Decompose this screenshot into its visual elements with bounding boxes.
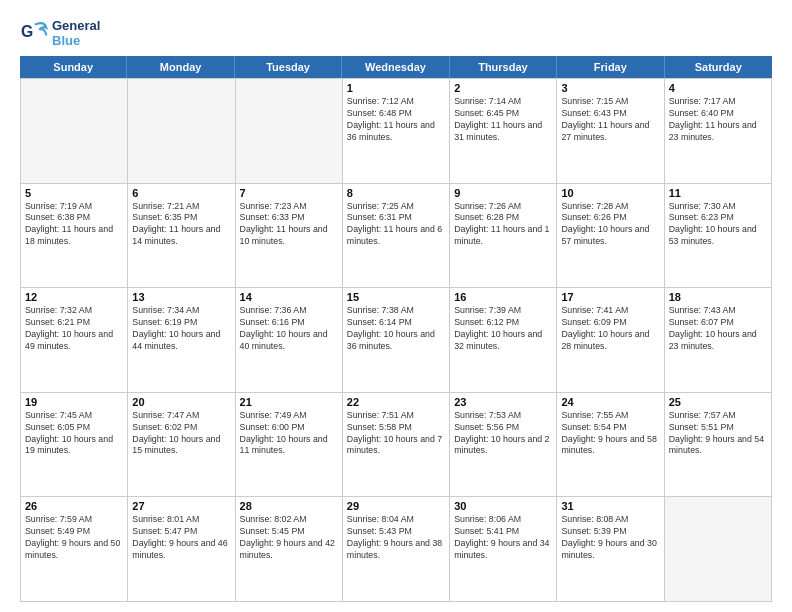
day-cell-8: 8Sunrise: 7:25 AM Sunset: 6:31 PM Daylig… <box>343 184 450 289</box>
day-info: Sunrise: 7:57 AM Sunset: 5:51 PM Dayligh… <box>669 410 767 458</box>
day-number: 24 <box>561 396 659 408</box>
day-number: 20 <box>132 396 230 408</box>
day-info: Sunrise: 7:15 AM Sunset: 6:43 PM Dayligh… <box>561 96 659 144</box>
day-info: Sunrise: 7:36 AM Sunset: 6:16 PM Dayligh… <box>240 305 338 353</box>
day-cell-14: 14Sunrise: 7:36 AM Sunset: 6:16 PM Dayli… <box>236 288 343 393</box>
empty-cell <box>236 79 343 184</box>
day-cell-12: 12Sunrise: 7:32 AM Sunset: 6:21 PM Dayli… <box>21 288 128 393</box>
day-number: 16 <box>454 291 552 303</box>
header-day-monday: Monday <box>127 56 234 78</box>
day-number: 12 <box>25 291 123 303</box>
day-number: 21 <box>240 396 338 408</box>
day-number: 2 <box>454 82 552 94</box>
day-number: 13 <box>132 291 230 303</box>
day-info: Sunrise: 7:34 AM Sunset: 6:19 PM Dayligh… <box>132 305 230 353</box>
day-info: Sunrise: 7:19 AM Sunset: 6:38 PM Dayligh… <box>25 201 123 249</box>
day-number: 9 <box>454 187 552 199</box>
day-number: 19 <box>25 396 123 408</box>
day-number: 10 <box>561 187 659 199</box>
day-cell-30: 30Sunrise: 8:06 AM Sunset: 5:41 PM Dayli… <box>450 497 557 602</box>
logo-text: General Blue <box>52 18 100 48</box>
day-number: 14 <box>240 291 338 303</box>
day-cell-23: 23Sunrise: 7:53 AM Sunset: 5:56 PM Dayli… <box>450 393 557 498</box>
day-info: Sunrise: 7:28 AM Sunset: 6:26 PM Dayligh… <box>561 201 659 249</box>
day-number: 1 <box>347 82 445 94</box>
day-info: Sunrise: 7:14 AM Sunset: 6:45 PM Dayligh… <box>454 96 552 144</box>
day-number: 27 <box>132 500 230 512</box>
day-number: 7 <box>240 187 338 199</box>
day-info: Sunrise: 7:49 AM Sunset: 6:00 PM Dayligh… <box>240 410 338 458</box>
day-number: 31 <box>561 500 659 512</box>
day-cell-13: 13Sunrise: 7:34 AM Sunset: 6:19 PM Dayli… <box>128 288 235 393</box>
header-day-saturday: Saturday <box>665 56 772 78</box>
day-cell-19: 19Sunrise: 7:45 AM Sunset: 6:05 PM Dayli… <box>21 393 128 498</box>
day-cell-5: 5Sunrise: 7:19 AM Sunset: 6:38 PM Daylig… <box>21 184 128 289</box>
day-number: 6 <box>132 187 230 199</box>
day-info: Sunrise: 7:55 AM Sunset: 5:54 PM Dayligh… <box>561 410 659 458</box>
day-cell-11: 11Sunrise: 7:30 AM Sunset: 6:23 PM Dayli… <box>665 184 772 289</box>
calendar: SundayMondayTuesdayWednesdayThursdayFrid… <box>20 56 772 602</box>
day-info: Sunrise: 7:45 AM Sunset: 6:05 PM Dayligh… <box>25 410 123 458</box>
header-day-tuesday: Tuesday <box>235 56 342 78</box>
day-cell-27: 27Sunrise: 8:01 AM Sunset: 5:47 PM Dayli… <box>128 497 235 602</box>
day-number: 5 <box>25 187 123 199</box>
day-number: 18 <box>669 291 767 303</box>
day-number: 8 <box>347 187 445 199</box>
day-cell-22: 22Sunrise: 7:51 AM Sunset: 5:58 PM Dayli… <box>343 393 450 498</box>
day-info: Sunrise: 8:08 AM Sunset: 5:39 PM Dayligh… <box>561 514 659 562</box>
day-cell-10: 10Sunrise: 7:28 AM Sunset: 6:26 PM Dayli… <box>557 184 664 289</box>
day-info: Sunrise: 7:41 AM Sunset: 6:09 PM Dayligh… <box>561 305 659 353</box>
day-cell-7: 7Sunrise: 7:23 AM Sunset: 6:33 PM Daylig… <box>236 184 343 289</box>
day-cell-4: 4Sunrise: 7:17 AM Sunset: 6:40 PM Daylig… <box>665 79 772 184</box>
calendar-page: G General Blue SundayMondayTuesdayWednes… <box>0 0 792 612</box>
day-info: Sunrise: 7:32 AM Sunset: 6:21 PM Dayligh… <box>25 305 123 353</box>
empty-cell <box>665 497 772 602</box>
day-info: Sunrise: 8:04 AM Sunset: 5:43 PM Dayligh… <box>347 514 445 562</box>
day-info: Sunrise: 7:38 AM Sunset: 6:14 PM Dayligh… <box>347 305 445 353</box>
day-cell-25: 25Sunrise: 7:57 AM Sunset: 5:51 PM Dayli… <box>665 393 772 498</box>
day-info: Sunrise: 8:06 AM Sunset: 5:41 PM Dayligh… <box>454 514 552 562</box>
day-cell-3: 3Sunrise: 7:15 AM Sunset: 6:43 PM Daylig… <box>557 79 664 184</box>
day-cell-31: 31Sunrise: 8:08 AM Sunset: 5:39 PM Dayli… <box>557 497 664 602</box>
day-info: Sunrise: 7:43 AM Sunset: 6:07 PM Dayligh… <box>669 305 767 353</box>
day-cell-1: 1Sunrise: 7:12 AM Sunset: 6:48 PM Daylig… <box>343 79 450 184</box>
day-cell-9: 9Sunrise: 7:26 AM Sunset: 6:28 PM Daylig… <box>450 184 557 289</box>
day-cell-17: 17Sunrise: 7:41 AM Sunset: 6:09 PM Dayli… <box>557 288 664 393</box>
day-cell-18: 18Sunrise: 7:43 AM Sunset: 6:07 PM Dayli… <box>665 288 772 393</box>
day-info: Sunrise: 7:59 AM Sunset: 5:49 PM Dayligh… <box>25 514 123 562</box>
header-day-friday: Friday <box>557 56 664 78</box>
header-day-thursday: Thursday <box>450 56 557 78</box>
day-info: Sunrise: 7:39 AM Sunset: 6:12 PM Dayligh… <box>454 305 552 353</box>
header-day-sunday: Sunday <box>20 56 127 78</box>
day-info: Sunrise: 7:12 AM Sunset: 6:48 PM Dayligh… <box>347 96 445 144</box>
logo-icon: G <box>20 19 48 47</box>
svg-text:G: G <box>21 23 33 40</box>
calendar-body: 1Sunrise: 7:12 AM Sunset: 6:48 PM Daylig… <box>20 78 772 602</box>
header: G General Blue <box>20 18 772 48</box>
logo: G General Blue <box>20 18 100 48</box>
day-number: 4 <box>669 82 767 94</box>
day-number: 30 <box>454 500 552 512</box>
day-info: Sunrise: 8:02 AM Sunset: 5:45 PM Dayligh… <box>240 514 338 562</box>
day-info: Sunrise: 8:01 AM Sunset: 5:47 PM Dayligh… <box>132 514 230 562</box>
day-info: Sunrise: 7:51 AM Sunset: 5:58 PM Dayligh… <box>347 410 445 458</box>
day-number: 26 <box>25 500 123 512</box>
header-day-wednesday: Wednesday <box>342 56 449 78</box>
day-cell-29: 29Sunrise: 8:04 AM Sunset: 5:43 PM Dayli… <box>343 497 450 602</box>
day-number: 22 <box>347 396 445 408</box>
day-number: 11 <box>669 187 767 199</box>
day-number: 3 <box>561 82 659 94</box>
day-info: Sunrise: 7:23 AM Sunset: 6:33 PM Dayligh… <box>240 201 338 249</box>
day-cell-6: 6Sunrise: 7:21 AM Sunset: 6:35 PM Daylig… <box>128 184 235 289</box>
day-number: 23 <box>454 396 552 408</box>
day-cell-24: 24Sunrise: 7:55 AM Sunset: 5:54 PM Dayli… <box>557 393 664 498</box>
day-cell-21: 21Sunrise: 7:49 AM Sunset: 6:00 PM Dayli… <box>236 393 343 498</box>
day-info: Sunrise: 7:26 AM Sunset: 6:28 PM Dayligh… <box>454 201 552 249</box>
day-info: Sunrise: 7:47 AM Sunset: 6:02 PM Dayligh… <box>132 410 230 458</box>
empty-cell <box>21 79 128 184</box>
day-cell-15: 15Sunrise: 7:38 AM Sunset: 6:14 PM Dayli… <box>343 288 450 393</box>
calendar-header: SundayMondayTuesdayWednesdayThursdayFrid… <box>20 56 772 78</box>
day-info: Sunrise: 7:21 AM Sunset: 6:35 PM Dayligh… <box>132 201 230 249</box>
day-number: 15 <box>347 291 445 303</box>
day-cell-16: 16Sunrise: 7:39 AM Sunset: 6:12 PM Dayli… <box>450 288 557 393</box>
